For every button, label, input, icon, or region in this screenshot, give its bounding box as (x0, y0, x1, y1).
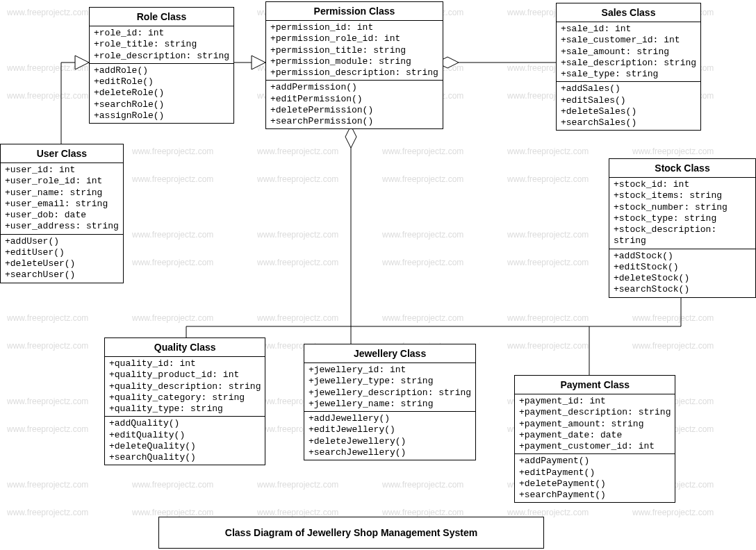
watermark-text: www.freeprojectz.com (132, 313, 213, 323)
attr: +quality_product_id: int (109, 369, 261, 381)
attr: +permission_description: string (270, 67, 438, 78)
op: +editSales() (561, 95, 696, 106)
watermark-text: www.freeprojectz.com (382, 480, 463, 490)
attr: +role_description: string (94, 51, 229, 62)
watermark-text: www.freeprojectz.com (507, 230, 589, 240)
op: +deleteStock() (614, 273, 751, 284)
attr: +payment_id: int (519, 396, 671, 407)
attr: +quality_type: string (109, 403, 261, 415)
watermark-text: www.freeprojectz.com (7, 313, 88, 323)
op: +deletePermission() (270, 105, 438, 116)
watermark-text: www.freeprojectz.com (257, 147, 338, 156)
attr: +sale_type: string (561, 69, 696, 80)
attr: +stock_number: string (614, 202, 751, 213)
watermark-text: www.freeprojectz.com (507, 174, 589, 184)
class-jewellery: Jewellery Class +jewellery_id: int +jewe… (304, 344, 476, 460)
watermark-text: www.freeprojectz.com (132, 230, 213, 240)
class-quality-ops: +addQuality() +editQuality() +deleteQual… (105, 417, 265, 465)
op: +assignRole() (94, 110, 229, 122)
attr: +stock_type: string (614, 213, 751, 224)
attr: +payment_customer_id: int (519, 441, 671, 452)
watermark-text: www.freeprojectz.com (507, 313, 589, 323)
class-role: Role Class +role_id: int +role_title: st… (89, 7, 234, 124)
op: +deleteSales() (561, 106, 696, 117)
watermark-text: www.freeprojectz.com (132, 174, 213, 184)
watermark-text: www.freeprojectz.com (132, 480, 213, 490)
watermark-text: www.freeprojectz.com (507, 341, 589, 351)
op: +deleteJewellery() (309, 436, 471, 447)
attr: +stock_description: string (614, 224, 751, 247)
watermark-text: www.freeprojectz.com (382, 174, 463, 184)
watermark-text: www.freeprojectz.com (7, 508, 88, 517)
class-permission-title: Permission Class (266, 2, 443, 21)
attr: +sale_id: int (561, 24, 696, 35)
op: +deleteRole() (94, 88, 229, 99)
attr: +user_dob: date (5, 210, 119, 221)
watermark-text: www.freeprojectz.com (257, 258, 338, 267)
op: +searchQuality() (109, 452, 261, 463)
attr: +user_address: string (5, 221, 119, 232)
class-jewellery-title: Jewellery Class (304, 344, 475, 363)
attr: +role_title: string (94, 39, 229, 50)
op: +addUser() (5, 236, 119, 247)
watermark-text: www.freeprojectz.com (382, 508, 463, 517)
watermark-text: www.freeprojectz.com (7, 397, 88, 406)
attr: +quality_description: string (109, 381, 261, 392)
op: +addStock() (614, 251, 751, 262)
attr: +permission_title: string (270, 45, 438, 56)
class-payment-title: Payment Class (515, 376, 675, 394)
watermark-text: www.freeprojectz.com (632, 341, 714, 351)
attr: +payment_amount: string (519, 419, 671, 430)
attr: +permission_role_id: int (270, 33, 438, 44)
class-stock-attrs: +stock_id: int +stock_items: string +sto… (609, 178, 755, 249)
class-quality-attrs: +quality_id: int +quality_product_id: in… (105, 357, 265, 417)
class-payment-ops: +addPayment() +editPayment() +deletePaym… (515, 454, 675, 502)
op: +deleteUser() (5, 258, 119, 269)
attr: +payment_description: string (519, 407, 671, 418)
class-user-title: User Class (1, 144, 123, 163)
class-permission: Permission Class +permission_id: int +pe… (265, 1, 443, 129)
op: +addSales() (561, 83, 696, 94)
attr: +user_email: string (5, 199, 119, 210)
op: +searchJewellery() (309, 447, 471, 458)
attr: +sale_amount: string (561, 47, 696, 58)
watermark-text: www.freeprojectz.com (507, 258, 589, 267)
op: +editStock() (614, 262, 751, 273)
watermark-text: www.freeprojectz.com (132, 147, 213, 156)
watermark-text: www.freeprojectz.com (632, 508, 714, 517)
attr: +user_id: int (5, 165, 119, 176)
class-sales-title: Sales Class (557, 3, 700, 22)
watermark-text: www.freeprojectz.com (632, 147, 714, 156)
watermark-text: www.freeprojectz.com (132, 258, 213, 267)
watermark-text: www.freeprojectz.com (132, 508, 213, 517)
op: +searchUser() (5, 269, 119, 281)
class-user: User Class +user_id: int +user_role_id: … (0, 144, 124, 283)
watermark-text: www.freeprojectz.com (507, 147, 589, 156)
op: +editUser() (5, 247, 119, 258)
class-jewellery-ops: +addJewellery() +editJewellery() +delete… (304, 412, 475, 460)
op: +addPermission() (270, 82, 438, 93)
op: +editQuality() (109, 430, 261, 441)
watermark-text: www.freeprojectz.com (257, 313, 338, 323)
class-sales: Sales Class +sale_id: int +sale_customer… (556, 3, 701, 131)
watermark-text: www.freeprojectz.com (7, 91, 88, 101)
watermark-text: www.freeprojectz.com (7, 480, 88, 490)
class-stock-ops: +addStock() +editStock() +deleteStock() … (609, 249, 755, 297)
class-role-title: Role Class (90, 8, 233, 26)
watermark-text: www.freeprojectz.com (7, 341, 88, 351)
watermark-text: www.freeprojectz.com (382, 258, 463, 267)
attr: +user_role_id: int (5, 176, 119, 187)
attr: +quality_id: int (109, 358, 261, 369)
watermark-text: www.freeprojectz.com (7, 424, 88, 434)
op: +addJewellery() (309, 413, 471, 424)
watermark-text: www.freeprojectz.com (507, 508, 589, 517)
class-role-ops: +addRole() +editRole() +deleteRole() +se… (90, 64, 233, 123)
watermark-text: www.freeprojectz.com (382, 313, 463, 323)
attr: +sale_customer_id: int (561, 35, 696, 46)
op: +editPayment() (519, 467, 671, 478)
op: +deleteQuality() (109, 441, 261, 452)
attr: +jewellery_name: string (309, 399, 471, 410)
watermark-text: www.freeprojectz.com (257, 230, 338, 240)
attr: +stock_id: int (614, 179, 751, 190)
op: +addQuality() (109, 418, 261, 429)
